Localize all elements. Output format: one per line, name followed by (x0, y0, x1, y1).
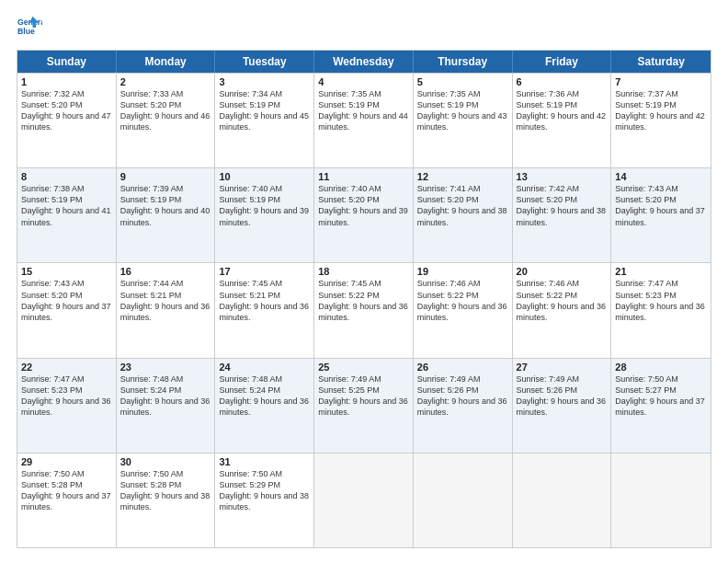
day-number: 17 (219, 266, 310, 277)
cal-cell: 31Sunrise: 7:50 AM Sunset: 5:29 PM Dayli… (215, 454, 314, 547)
cal-cell: 7Sunrise: 7:37 AM Sunset: 5:19 PM Daylig… (611, 74, 711, 167)
cell-info: Sunrise: 7:36 AM Sunset: 5:19 PM Dayligh… (517, 89, 607, 132)
cal-cell: 19Sunrise: 7:46 AM Sunset: 5:22 PM Dayli… (414, 263, 513, 357)
cell-info: Sunrise: 7:42 AM Sunset: 5:20 PM Dayligh… (517, 184, 607, 226)
day-number: 6 (517, 76, 608, 87)
cal-cell: 15Sunrise: 7:43 AM Sunset: 5:20 PM Dayli… (17, 263, 117, 357)
cell-info: Sunrise: 7:45 AM Sunset: 5:21 PM Dayligh… (219, 279, 309, 321)
day-number: 7 (615, 76, 707, 87)
day-number: 4 (318, 76, 409, 87)
cal-row-1: 8Sunrise: 7:38 AM Sunset: 5:19 PM Daylig… (17, 167, 711, 262)
cal-row-2: 15Sunrise: 7:43 AM Sunset: 5:20 PM Dayli… (17, 262, 711, 357)
cal-cell: 17Sunrise: 7:45 AM Sunset: 5:21 PM Dayli… (215, 263, 314, 357)
cal-cell: 20Sunrise: 7:46 AM Sunset: 5:22 PM Dayli… (513, 263, 612, 357)
day-number: 19 (417, 266, 508, 277)
cell-info: Sunrise: 7:49 AM Sunset: 5:26 PM Dayligh… (517, 374, 607, 417)
day-number: 25 (318, 362, 409, 373)
cell-info: Sunrise: 7:48 AM Sunset: 5:24 PM Dayligh… (120, 374, 210, 417)
cal-cell: 4Sunrise: 7:35 AM Sunset: 5:19 PM Daylig… (314, 74, 414, 167)
day-number: 27 (517, 362, 608, 373)
day-number: 12 (417, 171, 508, 182)
header-day-friday: Friday (513, 51, 612, 73)
header: GeneralBlue (17, 15, 711, 40)
cell-info: Sunrise: 7:50 AM Sunset: 5:28 PM Dayligh… (21, 469, 111, 511)
calendar: SundayMondayTuesdayWednesdayThursdayFrid… (17, 50, 711, 548)
svg-text:Blue: Blue (17, 27, 35, 36)
logo: GeneralBlue (17, 15, 42, 40)
cal-cell: 2Sunrise: 7:33 AM Sunset: 5:20 PM Daylig… (117, 74, 216, 167)
cal-cell: 16Sunrise: 7:44 AM Sunset: 5:21 PM Dayli… (117, 263, 216, 357)
cell-info: Sunrise: 7:46 AM Sunset: 5:22 PM Dayligh… (517, 279, 607, 321)
cal-cell: 13Sunrise: 7:42 AM Sunset: 5:20 PM Dayli… (513, 168, 612, 262)
calendar-body: 1Sunrise: 7:32 AM Sunset: 5:20 PM Daylig… (17, 73, 711, 547)
header-day-saturday: Saturday (611, 51, 711, 73)
day-number: 24 (219, 362, 310, 373)
cal-cell: 10Sunrise: 7:40 AM Sunset: 5:19 PM Dayli… (215, 168, 314, 262)
cal-cell: 12Sunrise: 7:41 AM Sunset: 5:20 PM Dayli… (414, 168, 513, 262)
cal-cell: 3Sunrise: 7:34 AM Sunset: 5:19 PM Daylig… (215, 74, 314, 167)
cell-info: Sunrise: 7:35 AM Sunset: 5:19 PM Dayligh… (417, 89, 507, 132)
cell-info: Sunrise: 7:47 AM Sunset: 5:23 PM Dayligh… (615, 279, 705, 321)
day-number: 3 (219, 76, 310, 87)
page: GeneralBlue SundayMondayTuesdayWednesday… (0, 0, 728, 563)
cell-info: Sunrise: 7:45 AM Sunset: 5:22 PM Dayligh… (318, 279, 408, 321)
cal-row-3: 22Sunrise: 7:47 AM Sunset: 5:23 PM Dayli… (17, 358, 711, 453)
day-number: 5 (417, 76, 508, 87)
day-number: 21 (615, 266, 707, 277)
cal-cell: 28Sunrise: 7:50 AM Sunset: 5:27 PM Dayli… (611, 359, 711, 453)
cell-info: Sunrise: 7:49 AM Sunset: 5:26 PM Dayligh… (417, 374, 507, 417)
day-number: 8 (21, 171, 112, 182)
cell-info: Sunrise: 7:48 AM Sunset: 5:24 PM Dayligh… (219, 374, 309, 417)
day-number: 30 (120, 456, 211, 467)
cal-cell (611, 454, 711, 547)
cell-info: Sunrise: 7:44 AM Sunset: 5:21 PM Dayligh… (120, 279, 210, 321)
cell-info: Sunrise: 7:32 AM Sunset: 5:20 PM Dayligh… (21, 89, 111, 132)
cell-info: Sunrise: 7:46 AM Sunset: 5:22 PM Dayligh… (417, 279, 507, 321)
day-number: 31 (219, 456, 310, 467)
cal-cell: 6Sunrise: 7:36 AM Sunset: 5:19 PM Daylig… (513, 74, 612, 167)
day-number: 9 (120, 171, 211, 182)
day-number: 10 (219, 171, 310, 182)
cell-info: Sunrise: 7:41 AM Sunset: 5:20 PM Dayligh… (417, 184, 507, 226)
day-number: 14 (615, 171, 707, 182)
cal-cell (513, 454, 612, 547)
header-day-sunday: Sunday (17, 51, 117, 73)
header-day-monday: Monday (117, 51, 216, 73)
cal-cell: 14Sunrise: 7:43 AM Sunset: 5:20 PM Dayli… (611, 168, 711, 262)
day-number: 20 (517, 266, 608, 277)
cal-cell: 27Sunrise: 7:49 AM Sunset: 5:26 PM Dayli… (513, 359, 612, 453)
cal-cell: 22Sunrise: 7:47 AM Sunset: 5:23 PM Dayli… (17, 359, 117, 453)
cal-cell (414, 454, 513, 547)
cal-cell: 11Sunrise: 7:40 AM Sunset: 5:20 PM Dayli… (314, 168, 414, 262)
cell-info: Sunrise: 7:35 AM Sunset: 5:19 PM Dayligh… (318, 89, 408, 132)
cell-info: Sunrise: 7:47 AM Sunset: 5:23 PM Dayligh… (21, 374, 111, 417)
cal-row-0: 1Sunrise: 7:32 AM Sunset: 5:20 PM Daylig… (17, 73, 711, 167)
header-day-thursday: Thursday (414, 51, 513, 73)
day-number: 22 (21, 362, 112, 373)
cell-info: Sunrise: 7:40 AM Sunset: 5:19 PM Dayligh… (219, 184, 309, 226)
cal-cell: 1Sunrise: 7:32 AM Sunset: 5:20 PM Daylig… (17, 74, 117, 167)
day-number: 29 (21, 456, 112, 467)
cal-cell: 29Sunrise: 7:50 AM Sunset: 5:28 PM Dayli… (17, 454, 117, 547)
day-number: 15 (21, 266, 112, 277)
day-number: 26 (417, 362, 508, 373)
cell-info: Sunrise: 7:50 AM Sunset: 5:27 PM Dayligh… (615, 374, 705, 417)
cell-info: Sunrise: 7:43 AM Sunset: 5:20 PM Dayligh… (21, 279, 111, 321)
cal-cell: 21Sunrise: 7:47 AM Sunset: 5:23 PM Dayli… (611, 263, 711, 357)
cell-info: Sunrise: 7:39 AM Sunset: 5:19 PM Dayligh… (120, 184, 210, 226)
cal-cell: 9Sunrise: 7:39 AM Sunset: 5:19 PM Daylig… (117, 168, 216, 262)
cell-info: Sunrise: 7:37 AM Sunset: 5:19 PM Dayligh… (615, 89, 705, 132)
cal-cell: 23Sunrise: 7:48 AM Sunset: 5:24 PM Dayli… (117, 359, 216, 453)
cell-info: Sunrise: 7:49 AM Sunset: 5:25 PM Dayligh… (318, 374, 408, 417)
day-number: 1 (21, 76, 112, 87)
cell-info: Sunrise: 7:43 AM Sunset: 5:20 PM Dayligh… (615, 184, 705, 226)
cell-info: Sunrise: 7:33 AM Sunset: 5:20 PM Dayligh… (120, 89, 210, 132)
cal-cell: 24Sunrise: 7:48 AM Sunset: 5:24 PM Dayli… (215, 359, 314, 453)
cell-info: Sunrise: 7:40 AM Sunset: 5:20 PM Dayligh… (318, 184, 408, 226)
cell-info: Sunrise: 7:50 AM Sunset: 5:28 PM Dayligh… (120, 469, 210, 511)
cal-row-4: 29Sunrise: 7:50 AM Sunset: 5:28 PM Dayli… (17, 453, 711, 547)
day-number: 2 (120, 76, 211, 87)
calendar-header: SundayMondayTuesdayWednesdayThursdayFrid… (17, 51, 711, 73)
cal-cell: 18Sunrise: 7:45 AM Sunset: 5:22 PM Dayli… (314, 263, 414, 357)
day-number: 23 (120, 362, 211, 373)
